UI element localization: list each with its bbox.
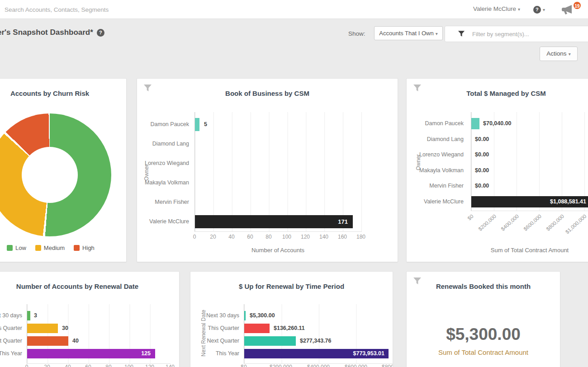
- segment-filter-input[interactable]: [471, 29, 586, 39]
- bar-this-quarter[interactable]: [244, 324, 270, 333]
- user-name: Valerie McClure: [473, 5, 516, 12]
- x-tick: 100: [120, 364, 138, 367]
- x-tick: $400,000: [500, 213, 520, 232]
- top-navigation-bar: Valerie McClure▾ ?▾ 19: [0, 0, 588, 19]
- category-label: Diamond Lang: [407, 134, 467, 145]
- actions-button[interactable]: Actions▾: [540, 47, 578, 61]
- chart-title: Total $ Managed by CSM: [407, 89, 588, 97]
- x-axis-label: Number of Accounts: [194, 247, 361, 254]
- x-tick: 80: [260, 234, 278, 240]
- category-label: Damon Paucek: [137, 118, 192, 131]
- bar-value: $0.00: [475, 180, 489, 192]
- help-menu[interactable]: ?▾: [533, 5, 545, 14]
- x-tick: 160: [333, 234, 351, 240]
- donut-hole: [22, 147, 78, 203]
- legend-item-low[interactable]: Low: [7, 245, 26, 251]
- bar-value: 3: [34, 311, 37, 320]
- legend-swatch-low: [7, 245, 13, 251]
- help-icon[interactable]: ?: [97, 29, 104, 37]
- category-label: Lorenzo Wiegand: [137, 157, 192, 170]
- bar-this-quarter[interactable]: [27, 324, 58, 333]
- bar-valerie-mcclure[interactable]: 171: [195, 215, 353, 228]
- bar-next-quarter[interactable]: [27, 336, 68, 346]
- x-tick: 120: [141, 364, 159, 367]
- x-tick: $0: [230, 364, 257, 367]
- category-label: Damon Paucek: [407, 118, 467, 129]
- bar-value: $277,343.76: [300, 336, 332, 346]
- category-label: This Quarter: [190, 324, 239, 333]
- x-tick: $600,000: [522, 213, 542, 232]
- card-accounts-by-renewal-date: Number of Accounts by Renewal Date Next …: [0, 271, 180, 367]
- category-label: Mervin Fisher: [407, 180, 467, 192]
- x-tick: 120: [296, 234, 314, 240]
- x-tick: 80: [100, 364, 118, 367]
- card-up-for-renewal: $ Up for Renewal by Time Period Next Ren…: [190, 271, 393, 367]
- card-renewals-booked: Renewals Booked this month $5,300.00 Sum…: [406, 271, 560, 367]
- bar-valerie-mcclure[interactable]: $1,088,581.41: [471, 196, 588, 207]
- x-tick: $600,000: [342, 364, 370, 367]
- chart-title: $ Up for Renewal by Time Period: [190, 282, 393, 290]
- show-dropdown[interactable]: Accounts That I Own▾: [374, 26, 443, 40]
- bar-damon-paucek[interactable]: [195, 118, 199, 131]
- legend-swatch-high: [74, 245, 80, 251]
- bar-value: $136,260.11: [274, 324, 305, 333]
- bar-value: $0.00: [475, 149, 489, 160]
- churn-risk-donut-chart[interactable]: [0, 113, 111, 236]
- card-total-managed: Total $ Managed by CSM Owner Damon Pauce…: [406, 78, 588, 262]
- x-tick: 60: [79, 364, 97, 367]
- legend-item-high[interactable]: High: [74, 245, 95, 251]
- category-label: Next 30 days: [190, 311, 239, 320]
- kpi-amount: $5,300.00: [407, 325, 560, 344]
- x-tick: 180: [352, 234, 370, 240]
- category-label: This Year: [190, 349, 239, 358]
- plot-area: [194, 112, 362, 232]
- bar-this-year[interactable]: $773,953.01: [244, 349, 389, 358]
- category-label: Next Quarter: [190, 336, 239, 346]
- x-tick: $1,000,000: [564, 213, 588, 235]
- x-tick: 140: [161, 364, 179, 367]
- category-label: Next Quarter: [0, 336, 22, 346]
- category-label: Lorenzo Wiegand: [407, 149, 467, 160]
- category-label: Next 30 days: [0, 311, 22, 320]
- kpi-caption: Sum of Total Contract Amount: [407, 348, 560, 356]
- bar-value: $0.00: [475, 134, 489, 145]
- bar-value: $70,040.00: [483, 118, 512, 129]
- legend-item-medium[interactable]: Medium: [35, 245, 65, 251]
- x-tick: $800,000: [545, 213, 565, 232]
- chart-legend: Low Medium High: [7, 245, 95, 251]
- x-tick: 40: [223, 234, 241, 240]
- category-label: This Quarter: [0, 324, 22, 333]
- x-tick: $200,000: [477, 213, 497, 232]
- chart-title: Accounts by Churn Risk: [0, 89, 126, 97]
- x-tick: 140: [315, 234, 333, 240]
- x-tick: 60: [241, 234, 259, 240]
- category-label: Makayla Volkman: [137, 176, 192, 189]
- legend-swatch-medium: [35, 245, 41, 251]
- bar-damon-paucek[interactable]: [471, 118, 479, 129]
- category-label: Mervin Fisher: [137, 196, 192, 209]
- user-menu[interactable]: Valerie McClure▾: [473, 5, 520, 12]
- chevron-down-icon: ▾: [518, 7, 520, 12]
- help-icon: ?: [533, 6, 541, 14]
- segment-filter-box: [445, 26, 588, 42]
- x-tick: 20: [204, 234, 222, 240]
- x-tick: 20: [38, 364, 56, 367]
- dashboard-app: Valerie McClure▾ ?▾ 19 er's Snapshot Das…: [0, 0, 588, 367]
- x-tick: $0: [466, 213, 474, 221]
- x-tick: 0: [185, 234, 204, 240]
- bar-next-quarter[interactable]: [244, 336, 296, 346]
- search-input[interactable]: [4, 4, 195, 15]
- chevron-down-icon: ▾: [543, 7, 545, 12]
- card-accounts-by-churn-risk: Accounts by Churn Risk Low Medium High: [0, 78, 127, 262]
- bar-next-30-days[interactable]: [27, 311, 30, 320]
- bar-value: $5,300.00: [250, 311, 275, 320]
- y-axis-label: Owner: [415, 141, 422, 184]
- page-title: er's Snapshot Dashboard*: [0, 28, 93, 37]
- bar-value: 5: [204, 118, 207, 131]
- bar-next-30-days[interactable]: [244, 311, 246, 320]
- bar-value: $0.00: [475, 165, 489, 176]
- announcements-button[interactable]: 19: [561, 4, 579, 16]
- bar-this-year[interactable]: 125: [27, 349, 155, 358]
- x-tick: 100: [278, 234, 296, 240]
- chart-title: Book of Business by CSM: [137, 89, 398, 97]
